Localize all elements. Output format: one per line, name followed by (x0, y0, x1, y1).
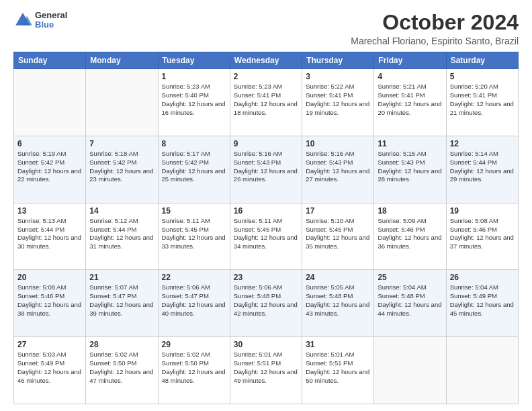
cell-info: Sunrise: 5:08 AM Sunset: 5:46 PM Dayligh… (17, 283, 82, 318)
day-number: 20 (17, 273, 82, 282)
calendar-cell: 15Sunrise: 5:11 AM Sunset: 5:45 PM Dayli… (158, 203, 230, 270)
cell-info: Sunrise: 5:15 AM Sunset: 5:43 PM Dayligh… (378, 150, 442, 184)
logo-line1: General (35, 11, 67, 20)
cell-info: Sunrise: 5:23 AM Sunset: 5:41 PM Dayligh… (234, 83, 298, 117)
calendar-cell: 28Sunrise: 5:02 AM Sunset: 5:50 PM Dayli… (86, 337, 158, 404)
day-number: 16 (234, 206, 298, 216)
day-number: 7 (89, 139, 154, 148)
calendar-week-row: 6Sunrise: 5:19 AM Sunset: 5:42 PM Daylig… (14, 136, 519, 203)
calendar-week-row: 20Sunrise: 5:08 AM Sunset: 5:46 PM Dayli… (14, 270, 519, 337)
day-number: 10 (306, 139, 370, 148)
calendar-cell: 23Sunrise: 5:06 AM Sunset: 5:48 PM Dayli… (230, 270, 302, 337)
day-number: 8 (162, 139, 226, 148)
calendar-cell: 17Sunrise: 5:10 AM Sunset: 5:45 PM Dayli… (302, 203, 374, 270)
calendar-cell: 26Sunrise: 5:04 AM Sunset: 5:49 PM Dayli… (446, 270, 518, 337)
weekday-header-sunday: Sunday (14, 52, 86, 69)
calendar-week-row: 27Sunrise: 5:03 AM Sunset: 5:49 PM Dayli… (14, 337, 519, 404)
day-number: 5 (450, 72, 515, 81)
day-number: 12 (450, 139, 515, 148)
logo-icon (13, 11, 32, 30)
weekday-header-row: SundayMondayTuesdayWednesdayThursdayFrid… (14, 52, 519, 69)
weekday-header-tuesday: Tuesday (158, 52, 230, 69)
cell-info: Sunrise: 5:06 AM Sunset: 5:47 PM Dayligh… (162, 283, 226, 318)
day-number: 6 (17, 139, 82, 148)
cell-info: Sunrise: 5:04 AM Sunset: 5:49 PM Dayligh… (450, 283, 515, 318)
day-number: 19 (450, 206, 515, 216)
calendar-table: SundayMondayTuesdayWednesdayThursdayFrid… (13, 52, 519, 404)
logo-text: General Blue (35, 11, 67, 30)
calendar-week-row: 1Sunrise: 5:23 AM Sunset: 5:40 PM Daylig… (14, 69, 519, 136)
day-number: 24 (306, 273, 370, 282)
calendar-cell: 22Sunrise: 5:06 AM Sunset: 5:47 PM Dayli… (158, 270, 230, 337)
day-number: 21 (89, 273, 154, 282)
calendar-cell: 4Sunrise: 5:21 AM Sunset: 5:41 PM Daylig… (374, 69, 446, 136)
cell-info: Sunrise: 5:11 AM Sunset: 5:45 PM Dayligh… (234, 217, 298, 251)
calendar-cell: 19Sunrise: 5:08 AM Sunset: 5:46 PM Dayli… (446, 203, 518, 270)
cell-info: Sunrise: 5:13 AM Sunset: 5:44 PM Dayligh… (17, 217, 82, 251)
day-number: 31 (306, 340, 370, 349)
cell-info: Sunrise: 5:03 AM Sunset: 5:49 PM Dayligh… (17, 351, 82, 385)
calendar-cell (374, 337, 446, 404)
calendar-cell: 11Sunrise: 5:15 AM Sunset: 5:43 PM Dayli… (374, 136, 446, 203)
calendar-cell: 25Sunrise: 5:04 AM Sunset: 5:48 PM Dayli… (374, 270, 446, 337)
cell-info: Sunrise: 5:07 AM Sunset: 5:47 PM Dayligh… (89, 283, 154, 318)
cell-info: Sunrise: 5:05 AM Sunset: 5:48 PM Dayligh… (306, 283, 370, 318)
weekday-header-saturday: Saturday (446, 52, 518, 69)
cell-info: Sunrise: 5:06 AM Sunset: 5:48 PM Dayligh… (234, 283, 298, 318)
calendar-cell: 2Sunrise: 5:23 AM Sunset: 5:41 PM Daylig… (230, 69, 302, 136)
weekday-header-thursday: Thursday (302, 52, 374, 69)
location-subtitle: Marechal Floriano, Espirito Santo, Brazi… (351, 36, 519, 46)
title-block: October 2024 Marechal Floriano, Espirito… (351, 11, 519, 46)
cell-info: Sunrise: 5:09 AM Sunset: 5:46 PM Dayligh… (378, 217, 442, 251)
calendar-cell: 8Sunrise: 5:17 AM Sunset: 5:42 PM Daylig… (158, 136, 230, 203)
day-number: 17 (306, 206, 370, 216)
day-number: 26 (450, 273, 515, 282)
day-number: 28 (89, 340, 154, 349)
day-number: 18 (378, 206, 442, 216)
day-number: 11 (378, 139, 442, 148)
cell-info: Sunrise: 5:16 AM Sunset: 5:43 PM Dayligh… (234, 150, 298, 184)
cell-info: Sunrise: 5:04 AM Sunset: 5:48 PM Dayligh… (378, 283, 442, 318)
calendar-cell: 16Sunrise: 5:11 AM Sunset: 5:45 PM Dayli… (230, 203, 302, 270)
day-number: 23 (234, 273, 298, 282)
cell-info: Sunrise: 5:11 AM Sunset: 5:45 PM Dayligh… (162, 217, 226, 251)
day-number: 2 (234, 72, 298, 81)
day-number: 13 (17, 206, 82, 216)
cell-info: Sunrise: 5:10 AM Sunset: 5:45 PM Dayligh… (306, 217, 370, 251)
logo-line2: Blue (35, 20, 67, 30)
calendar-cell: 27Sunrise: 5:03 AM Sunset: 5:49 PM Dayli… (14, 337, 86, 404)
calendar-week-row: 13Sunrise: 5:13 AM Sunset: 5:44 PM Dayli… (14, 203, 519, 270)
calendar-cell: 9Sunrise: 5:16 AM Sunset: 5:43 PM Daylig… (230, 136, 302, 203)
day-number: 29 (162, 340, 226, 349)
calendar-cell: 14Sunrise: 5:12 AM Sunset: 5:44 PM Dayli… (86, 203, 158, 270)
weekday-header-wednesday: Wednesday (230, 52, 302, 69)
day-number: 30 (234, 340, 298, 349)
day-number: 1 (162, 72, 226, 81)
calendar-cell: 13Sunrise: 5:13 AM Sunset: 5:44 PM Dayli… (14, 203, 86, 270)
calendar-cell: 20Sunrise: 5:08 AM Sunset: 5:46 PM Dayli… (14, 270, 86, 337)
calendar-cell: 1Sunrise: 5:23 AM Sunset: 5:40 PM Daylig… (158, 69, 230, 136)
day-number: 25 (378, 273, 442, 282)
cell-info: Sunrise: 5:21 AM Sunset: 5:41 PM Dayligh… (378, 83, 442, 117)
header: General Blue October 2024 Marechal Flori… (13, 11, 519, 46)
cell-info: Sunrise: 5:16 AM Sunset: 5:43 PM Dayligh… (306, 150, 370, 184)
calendar-cell: 10Sunrise: 5:16 AM Sunset: 5:43 PM Dayli… (302, 136, 374, 203)
calendar-cell: 21Sunrise: 5:07 AM Sunset: 5:47 PM Dayli… (86, 270, 158, 337)
cell-info: Sunrise: 5:20 AM Sunset: 5:41 PM Dayligh… (450, 83, 515, 117)
calendar-cell: 3Sunrise: 5:22 AM Sunset: 5:41 PM Daylig… (302, 69, 374, 136)
calendar-cell: 18Sunrise: 5:09 AM Sunset: 5:46 PM Dayli… (374, 203, 446, 270)
day-number: 27 (17, 340, 82, 349)
cell-info: Sunrise: 5:17 AM Sunset: 5:42 PM Dayligh… (162, 150, 226, 184)
weekday-header-friday: Friday (374, 52, 446, 69)
calendar-cell: 12Sunrise: 5:14 AM Sunset: 5:44 PM Dayli… (446, 136, 518, 203)
day-number: 3 (306, 72, 370, 81)
cell-info: Sunrise: 5:23 AM Sunset: 5:40 PM Dayligh… (162, 83, 226, 117)
cell-info: Sunrise: 5:01 AM Sunset: 5:51 PM Dayligh… (234, 351, 298, 385)
cell-info: Sunrise: 5:22 AM Sunset: 5:41 PM Dayligh… (306, 83, 370, 117)
cell-info: Sunrise: 5:14 AM Sunset: 5:44 PM Dayligh… (450, 150, 515, 184)
month-title: October 2024 (351, 11, 519, 34)
calendar-cell: 30Sunrise: 5:01 AM Sunset: 5:51 PM Dayli… (230, 337, 302, 404)
calendar-cell (86, 69, 158, 136)
logo: General Blue (13, 11, 67, 30)
cell-info: Sunrise: 5:02 AM Sunset: 5:50 PM Dayligh… (89, 351, 154, 385)
